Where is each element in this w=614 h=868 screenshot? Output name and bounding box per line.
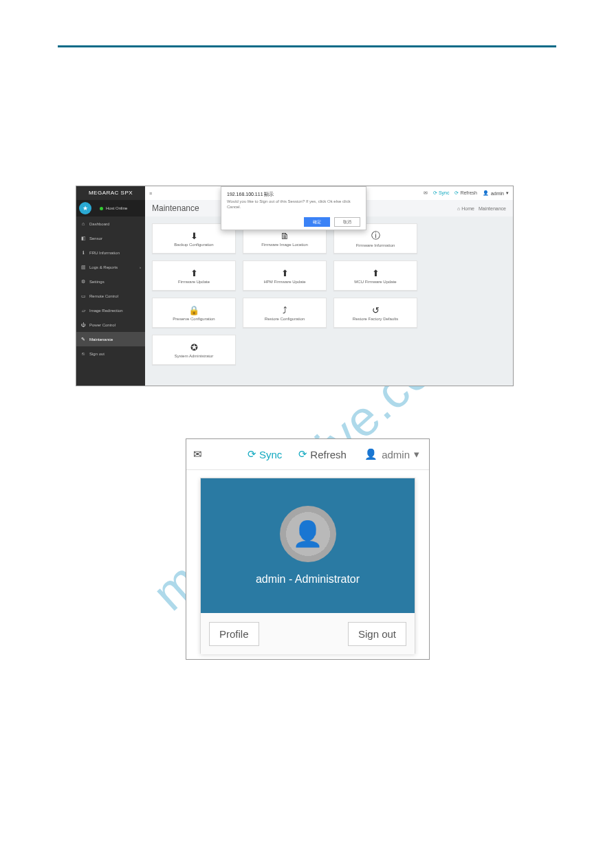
signout-button[interactable]: Sign out: [348, 622, 406, 646]
badge-icon: ✪: [190, 342, 198, 353]
sidebar-item-label: Sensor: [89, 236, 102, 241]
sidebar-item-sensor[interactable]: ◧Sensor: [76, 231, 145, 245]
refresh-icon: ⟳: [298, 448, 307, 460]
screenshot-maintenance: MEGARAC SPX ★ Host Online ⌂Dashboard◧Sen…: [76, 186, 514, 386]
sidebar-item-logs-reports[interactable]: ▥Logs & Reports›: [76, 260, 145, 274]
gear-icon: ⚙: [80, 279, 86, 285]
refresh-button[interactable]: ⟳ Refresh: [454, 190, 476, 196]
dialog-text: Would you like to Sign out of this Sessi…: [227, 199, 360, 210]
sidebar: MEGARAC SPX ★ Host Online ⌂Dashboard◧Sen…: [76, 186, 145, 386]
info-circle-icon: ⓘ: [371, 230, 380, 242]
header-rule: [58, 45, 556, 47]
sidebar-item-image-redirection[interactable]: ▱Image Redirection: [76, 303, 145, 318]
sidebar-item-fru-information[interactable]: ℹFRU Information: [76, 245, 145, 260]
sidebar-item-label: Sign out: [89, 352, 105, 356]
upload-icon: ⤴: [283, 305, 287, 315]
dialog-title: 192.168.100.111 顯示: [227, 191, 360, 198]
sidebar-item-label: Image Redirection: [89, 309, 123, 313]
page-title: Maintenance: [152, 203, 199, 213]
display-icon: ▭: [80, 293, 86, 299]
power-icon: ⏻: [80, 322, 86, 327]
uparrow-box-icon: ⬆: [281, 268, 289, 278]
tile-system-administrator[interactable]: ✪System Administrator: [152, 335, 236, 365]
download-icon: ⬇: [190, 231, 198, 241]
profile-button[interactable]: Profile: [209, 622, 259, 646]
sync-button[interactable]: ⟳ Sync: [248, 448, 282, 460]
tile-label: Restore Factory Defaults: [353, 317, 398, 321]
sidebar-item-dashboard[interactable]: ⌂Dashboard: [76, 216, 145, 231]
chevron-down-icon: ▾: [414, 448, 419, 460]
sidebar-item-label: Power Control: [89, 323, 116, 327]
sync-label: Sync: [259, 449, 282, 460]
tile-firmware-update[interactable]: ⬆Firmware Update: [152, 260, 236, 291]
info-icon: ℹ: [80, 250, 86, 256]
tile-label: Firmware Image Location: [261, 243, 308, 247]
sidebar-item-label: Logs & Reports: [89, 265, 118, 269]
user-dropdown-panel: 👤 admin - Administrator Profile Sign out: [200, 478, 415, 654]
sidebar-item-maintenance[interactable]: ✎Maintenance: [76, 332, 145, 346]
signout-icon: ⎋: [80, 351, 86, 356]
tile-restore-configuration[interactable]: ⤴Restore Configuration: [243, 298, 327, 328]
undo-icon: ↺: [372, 305, 380, 315]
tile-preserve-configuration[interactable]: 🔒Preserve Configuration: [152, 298, 236, 328]
dropdown-footer: Profile Sign out: [201, 613, 415, 654]
breadcrumb-home[interactable]: ⌂ Home: [457, 206, 474, 211]
breadcrumb-current: Maintenance: [479, 206, 506, 211]
document-page: manualshive.com MEGARAC SPX ★ Host Onlin…: [0, 0, 614, 868]
tile-hpm-firmware-update[interactable]: ⬆HPM Firmware Update: [243, 260, 327, 291]
chevron-right-icon: ›: [140, 265, 141, 269]
avatar: 👤: [280, 506, 336, 562]
user-icon: 👤: [483, 190, 489, 196]
home-icon: ⌂: [80, 221, 86, 226]
tile-mcu-firmware-update[interactable]: ⬆MCU Firmware Update: [333, 260, 417, 291]
user-icon: 👤: [364, 448, 377, 460]
tile-label: HPM Firmware Update: [263, 280, 305, 284]
user-label: admin: [491, 191, 504, 196]
sidebar-item-label: Dashboard: [89, 222, 109, 226]
sidebar-item-label: Remote Control: [89, 294, 118, 298]
dialog-cancel-button[interactable]: 取消: [334, 217, 360, 227]
image-icon: ▱: [80, 308, 86, 313]
menu-icon[interactable]: ≡: [149, 191, 152, 196]
tile-area: ⬇Backup Configuration🗎Firmware Image Loc…: [145, 216, 513, 386]
user-icon: 👤: [292, 520, 323, 548]
tile-label: Restore Configuration: [265, 317, 305, 321]
dialog-ok-button[interactable]: 確定: [304, 217, 330, 227]
host-status-label: Host Online: [106, 206, 127, 210]
refresh-button[interactable]: ⟳ Refresh: [298, 448, 347, 460]
tile-label: MCU Firmware Update: [354, 280, 396, 284]
envelope-icon[interactable]: ✉: [424, 190, 428, 196]
host-row: ★ Host Online: [76, 200, 145, 216]
tile-label: System Administrator: [175, 354, 214, 358]
sidebar-item-remote-control[interactable]: ▭Remote Control: [76, 289, 145, 303]
uparrow-box-icon: ⬆: [372, 268, 380, 278]
user-menu[interactable]: 👤 admin ▾: [364, 448, 419, 460]
uparrow-box-icon: ⬆: [190, 268, 198, 278]
sync-icon: ⟳: [248, 448, 256, 460]
refresh-label: Refresh: [460, 190, 477, 195]
breadcrumb: ⌂ Home Maintenance: [457, 206, 506, 211]
tile-label: Backup Configuration: [174, 243, 213, 247]
topbar: ✉ ⟳ Sync ⟳ Refresh 👤 admin ▾: [186, 439, 429, 470]
user-label: admin: [382, 449, 410, 460]
tile-label: Firmware Information: [356, 243, 395, 247]
user-menu[interactable]: 👤 admin ▾: [483, 190, 509, 196]
sidebar-item-sign-out[interactable]: ⎋Sign out: [76, 346, 145, 361]
tile-label: Firmware Update: [178, 280, 210, 284]
chart-icon: ▥: [80, 265, 86, 270]
sidebar-item-label: Maintenance: [89, 337, 113, 342]
tile-restore-factory-defaults[interactable]: ↺Restore Factory Defaults: [333, 298, 417, 328]
sync-button[interactable]: ⟳ Sync: [433, 190, 450, 196]
envelope-icon[interactable]: ✉: [193, 448, 202, 460]
screenshot-user-dropdown: ✉ ⟳ Sync ⟳ Refresh 👤 admin ▾ 👤 admin -: [186, 438, 430, 660]
chevron-down-icon: ▾: [506, 190, 509, 196]
sidebar-item-label: Settings: [89, 280, 105, 284]
dropdown-header: 👤 admin - Administrator: [201, 478, 415, 613]
sync-label: Sync: [439, 190, 450, 195]
sidebar-item-label: FRU Information: [89, 251, 120, 255]
tile-label: Preserve Configuration: [173, 317, 215, 321]
dropdown-title: admin - Administrator: [256, 573, 360, 586]
quick-action-badge[interactable]: ★: [79, 202, 91, 214]
sidebar-item-settings[interactable]: ⚙Settings: [76, 274, 145, 289]
sidebar-item-power-control[interactable]: ⏻Power Control: [76, 318, 145, 332]
